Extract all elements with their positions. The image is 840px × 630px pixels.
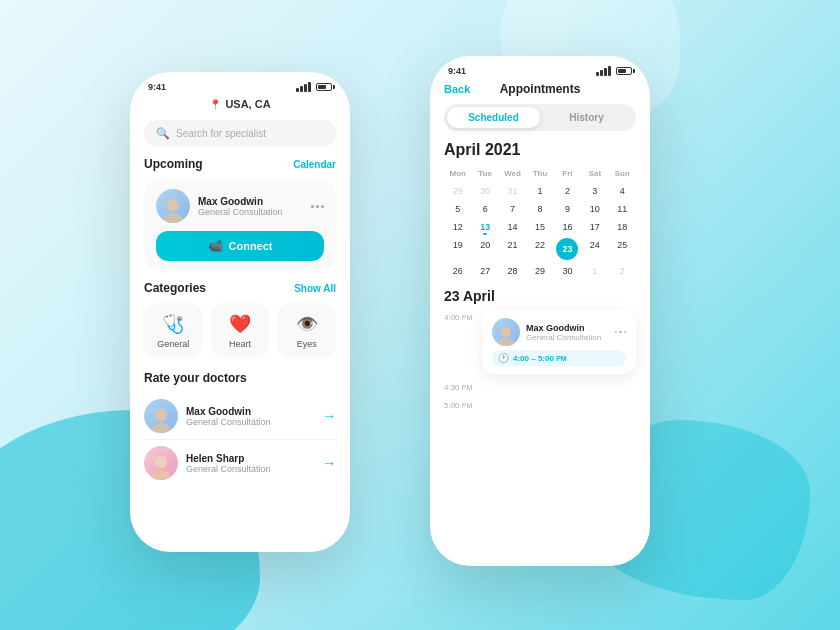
- category-general[interactable]: 🩺 General: [144, 303, 203, 359]
- calendar-section: April 2021 Mon Tue Wed Thu Fri Sat Sun 2…: [430, 141, 650, 280]
- svg-point-3: [151, 423, 171, 433]
- battery-icon-left: [316, 83, 332, 91]
- appt-card-header: Max Goodwin General Consultation: [492, 318, 626, 346]
- appt-more-button[interactable]: [615, 331, 627, 334]
- rate-doc-type-1: General Consultation: [186, 417, 314, 427]
- upcoming-header: Upcoming Calendar: [130, 157, 350, 171]
- search-icon: 🔍: [156, 127, 170, 140]
- status-bar-left: 9:41: [130, 72, 350, 96]
- appointment-day-title: 23 April: [430, 280, 650, 310]
- status-icons-right: [596, 66, 632, 76]
- calendar-month: April 2021: [444, 141, 636, 159]
- time-row-400: 4:00 PM Max Goodwin General Consultation: [444, 310, 636, 374]
- rate-doc-name-1: Max Goodwin: [186, 406, 314, 417]
- appt-doctor-name: Max Goodwin: [526, 323, 609, 333]
- svg-point-7: [498, 338, 514, 346]
- svg-point-1: [163, 213, 183, 223]
- svg-point-5: [151, 470, 171, 480]
- time-row-430: 4:30 PM: [444, 380, 636, 392]
- categories-header: Categories Show All: [130, 281, 350, 295]
- status-time-left: 9:41: [148, 82, 166, 92]
- rate-section: Rate your doctors Max Goodwin General Co…: [130, 371, 350, 486]
- doctor-specialty: General Consultation: [198, 207, 303, 217]
- appointment-time-badge: 🕐 4:00 – 5:00 PM: [492, 350, 626, 366]
- connect-button[interactable]: 📹 Connect: [156, 231, 324, 261]
- status-bar-right: 9:41: [430, 56, 650, 80]
- cal-week-2: 5 6 7 8 9 10 11: [444, 200, 636, 218]
- stethoscope-icon: 🩺: [162, 313, 184, 335]
- signal-bar-2: [300, 86, 303, 92]
- category-eyes[interactable]: 👁️ Eyes: [277, 303, 336, 359]
- appointment-detail-card[interactable]: Max Goodwin General Consultation 🕐 4:00 …: [482, 310, 636, 374]
- rate-doc-info-1: Max Goodwin General Consultation: [186, 406, 314, 427]
- signal-bar-1: [296, 88, 299, 92]
- search-placeholder: Search for specialist: [176, 128, 266, 139]
- heart-icon: ❤️: [229, 313, 251, 335]
- cal-week-3: 12 13 14 15 16 17 18: [444, 218, 636, 236]
- back-button[interactable]: Back: [444, 83, 470, 95]
- rate-doc-name-2: Helen Sharp: [186, 453, 314, 464]
- categories-label: Categories: [144, 281, 206, 295]
- tab-history[interactable]: History: [540, 107, 633, 128]
- category-heart[interactable]: ❤️ Heart: [211, 303, 270, 359]
- left-phone: 9:41 📍 USA, CA 🔍 Search for specialist U…: [130, 72, 350, 552]
- svg-point-4: [155, 456, 167, 468]
- tab-scheduled[interactable]: Scheduled: [447, 107, 540, 128]
- doctor-avatar: [156, 189, 190, 223]
- show-all-link[interactable]: Show All: [294, 283, 336, 294]
- time-slots: 4:00 PM Max Goodwin General Consultation: [430, 310, 650, 410]
- calendar-header: Mon Tue Wed Thu Fri Sat Sun: [444, 167, 636, 180]
- appt-doctor-avatar: [492, 318, 520, 346]
- cal-week-1: 29 30 31 1 2 3 4: [444, 182, 636, 200]
- cal-week-4: 19 20 21 22 23 24 25: [444, 236, 636, 262]
- category-eyes-label: Eyes: [297, 339, 317, 349]
- cal-week-5: 26 27 28 29 30 1 2: [444, 262, 636, 280]
- rate-avatar-2: [144, 446, 178, 480]
- tabs-container: Scheduled History: [444, 104, 636, 131]
- time-row-500: 5:00 PM: [444, 398, 636, 410]
- clock-icon: 🕐: [498, 353, 509, 363]
- appointment-card: Max Goodwin General Consultation 📹 Conne…: [144, 179, 336, 271]
- appt-doctor-info: Max Goodwin General Consultation: [526, 323, 609, 342]
- rate-doc-info-2: Helen Sharp General Consultation: [186, 453, 314, 474]
- calendar-grid: Mon Tue Wed Thu Fri Sat Sun 29 30 31 1 2…: [444, 167, 636, 280]
- doctor-info: Max Goodwin General Consultation: [198, 196, 303, 217]
- rate-arrow-1: →: [322, 408, 336, 424]
- rate-section-label: Rate your doctors: [144, 371, 336, 385]
- location-text: USA, CA: [225, 98, 270, 110]
- svg-point-6: [501, 327, 511, 337]
- time-label-500: 5:00 PM: [444, 398, 474, 410]
- category-heart-label: Heart: [229, 339, 251, 349]
- rate-avatar-1: [144, 399, 178, 433]
- upcoming-label: Upcoming: [144, 157, 203, 171]
- status-icons-left: [296, 82, 332, 92]
- right-phone: 9:41 Back Appointments Scheduled History…: [430, 56, 650, 566]
- location-icon: 📍: [209, 99, 221, 110]
- search-bar[interactable]: 🔍 Search for specialist: [144, 120, 336, 147]
- rate-item-2[interactable]: Helen Sharp General Consultation →: [144, 440, 336, 486]
- battery-icon-right: [616, 67, 632, 75]
- appointments-header: Back Appointments: [430, 80, 650, 104]
- doctor-row: Max Goodwin General Consultation: [156, 189, 324, 223]
- doctor-name: Max Goodwin: [198, 196, 303, 207]
- calendar-link[interactable]: Calendar: [293, 159, 336, 170]
- video-icon: 📹: [208, 239, 223, 253]
- selected-date[interactable]: 23: [556, 238, 578, 260]
- battery-fill-left: [318, 85, 326, 89]
- svg-point-0: [167, 199, 179, 211]
- signal-bar-3: [304, 84, 307, 92]
- status-time-right: 9:41: [448, 66, 466, 76]
- eye-icon: 👁️: [296, 313, 318, 335]
- rate-doc-type-2: General Consultation: [186, 464, 314, 474]
- svg-point-2: [155, 409, 167, 421]
- time-label-430: 4:30 PM: [444, 380, 474, 392]
- appt-time-range: 4:00 – 5:00 PM: [513, 354, 567, 363]
- more-button[interactable]: [311, 205, 324, 208]
- signal-bar-4: [308, 82, 311, 92]
- connect-label: Connect: [229, 240, 273, 252]
- rate-item-1[interactable]: Max Goodwin General Consultation →: [144, 393, 336, 440]
- category-general-label: General: [157, 339, 189, 349]
- time-label-400: 4:00 PM: [444, 310, 474, 322]
- appointments-title: Appointments: [500, 82, 581, 96]
- categories-grid: 🩺 General ❤️ Heart 👁️ Eyes: [130, 303, 350, 359]
